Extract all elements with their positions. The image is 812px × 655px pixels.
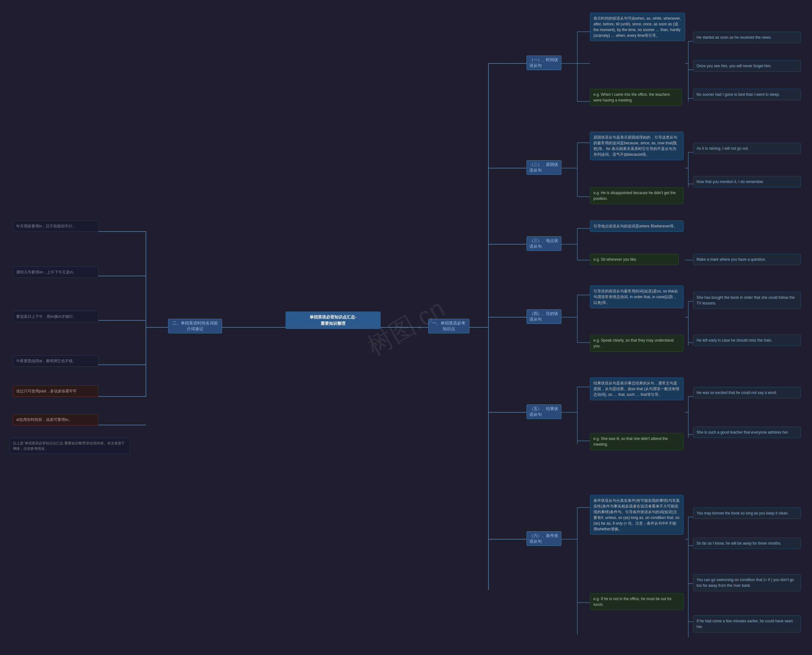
left-item-2: 遇到几号要用on，上午下午又是in。 (13, 266, 98, 278)
result-example: e.g. She was ill, so that she didn't att… (590, 433, 684, 450)
section-place-label: （三）、地点状语从句 (526, 236, 561, 251)
left-item-1: 年月周前要用in，日子前面却不行。 (13, 220, 98, 232)
section-condition-label: （六）、条件状语从句 (526, 531, 561, 546)
left-item-4: 午夜黄昏须用at，黎明用它也不错。 (13, 355, 98, 367)
connector-lines (0, 0, 812, 655)
place-description: 引导地点状语从句的连词是where 和wherever等。 (590, 220, 684, 232)
canvas: 树图.cn 单招英语必背知识点汇总- 重要知识整理 一、单招英语必考知识点 二、… (0, 0, 812, 655)
cause-example-2: Now that you mention it, I do remember. (693, 176, 801, 188)
left-item-3: 要说某日上下午，用on换in才能行。 (13, 311, 98, 322)
condition-example-3: You can go swimming on condition that (=… (693, 574, 801, 591)
section-result-label: （五）、结果状语从句 (526, 404, 561, 419)
time-example-3: No sooner had I gone to bed than I went … (693, 89, 801, 100)
right-main-label: 一、单招英语必考知识点 (428, 319, 469, 334)
condition-example-2: So far as I know, he will be away for th… (693, 538, 801, 549)
left-note-2: at也用在时段前，说差可要用to。 (13, 414, 98, 425)
place-example: e.g. Sit wherever you like. (590, 254, 679, 265)
purpose-example: e.g. Speak clearly, so that they may und… (590, 335, 684, 352)
left-note-1: 说过只可使用past，多说多练看牢牢 (13, 385, 98, 397)
section-purpose-label: （四）、目的状语从句 (526, 309, 561, 324)
time-description: 表示时间的状语从句可由when, as, while, whenever, af… (590, 13, 685, 41)
result-example-2: She is such a good teacher that everyone… (693, 427, 801, 438)
time-example-1: He started as soon as he received the ne… (693, 32, 801, 43)
center-title: 单招英语必背知识点汇总- 重要知识整理 (286, 312, 381, 329)
cause-example: e.g. He is disappointed because he didn'… (590, 187, 684, 204)
title-line1: 单招英语必背知识点汇总- (309, 315, 356, 320)
time-example: e.g. When I came into the office, the te… (590, 89, 682, 106)
purpose-example-1: She has bought the book in order that sh… (693, 292, 801, 309)
cause-example-1: As it is raining, I will not go out. (693, 143, 801, 154)
left-main-label: 二、单招英语时间名词前介词速记 (168, 319, 222, 334)
time-example-2: Once you see him, you will never forget … (693, 60, 801, 72)
purpose-example-2: He left early in case he should miss the… (693, 335, 801, 346)
title-line2: 重要知识整理 (321, 321, 345, 326)
result-example-1: He was so excited that he could not say … (693, 387, 801, 398)
cause-description: 原因状语从句是表示原因或理由的，引导这类从句的最常用的连词是because, s… (590, 132, 684, 160)
bottom-note: 以上是"单招英语必背知识点汇总-重要知识整理"的全部内容。本文来源于网络，仅供参… (9, 438, 130, 454)
condition-description: 条件状语从句分真实条件(有可能实现的事情)与非真实性(条件与事实相反或者在说话者… (590, 495, 684, 535)
purpose-description: 引导目的状语从句最常用的词(短语)是so, so that从句谓语常有情态动词,… (590, 286, 684, 308)
place-example-2: Make a mark where you have a question. (693, 254, 801, 265)
condition-example: e.g. If he is not in the office, he must… (590, 593, 684, 610)
section-cause-label: （二）、原因状语从句 (526, 160, 561, 175)
condition-example-1: You may borrow the book so long as you k… (693, 507, 801, 519)
result-description: 结果状语从句是表示事态结果的从句，通常主句是原因，从句是结果。由so that … (590, 377, 684, 400)
condition-example-4: If he had come a few minutes earlier, he… (693, 615, 801, 632)
section-time-label: （一）、时间状语从句 (526, 55, 561, 70)
